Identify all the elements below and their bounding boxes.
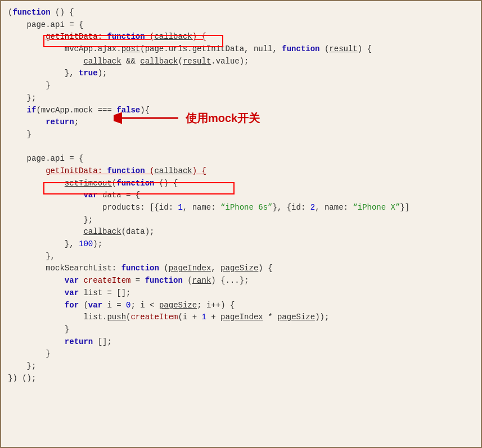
code-content: (function () { page.api = { getInitData:… bbox=[8, 7, 474, 384]
code-viewer: 使用mock开关 (function () { page.api = { get… bbox=[0, 0, 482, 448]
